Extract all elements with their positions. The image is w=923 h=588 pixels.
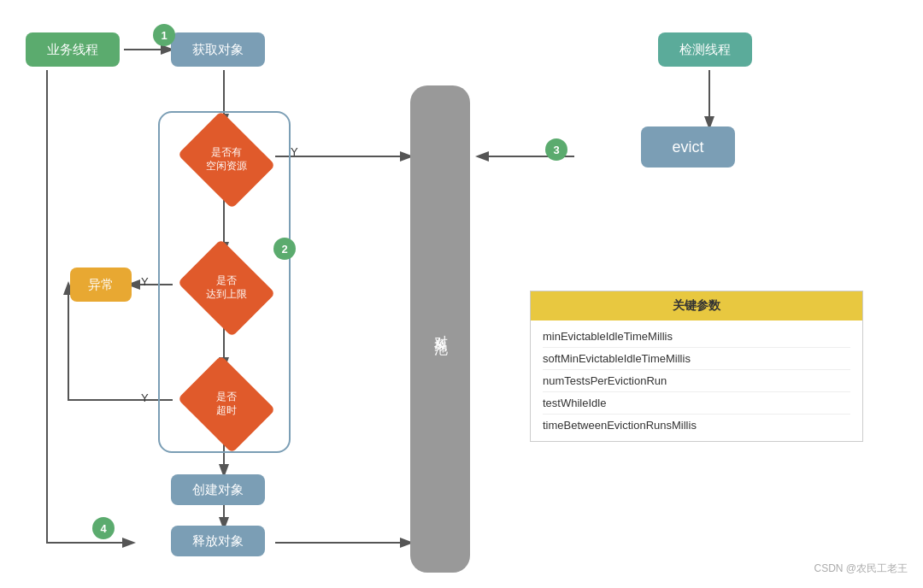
param-row-1: minEvictableIdleTimeMillis	[543, 326, 850, 348]
release-object-node: 释放对象	[171, 526, 265, 556]
params-table: 关键参数 minEvictableIdleTimeMillis softMinE…	[530, 291, 863, 442]
detect-thread-node: 检测线程	[658, 32, 752, 67]
params-body: minEvictableIdleTimeMillis softMinEvicta…	[531, 320, 862, 441]
y-label-1: Y	[291, 145, 298, 158]
object-pool: 对象池	[410, 85, 470, 573]
badge-4: 4	[92, 517, 115, 539]
create-object-node: 创建对象	[171, 474, 265, 505]
y-label-2: Y	[141, 275, 149, 288]
param-row-2: softMinEvictableIdleTimeMillis	[543, 348, 850, 370]
badge-2: 2	[273, 238, 296, 260]
timeout-diamond: 是否超时	[179, 366, 273, 443]
y-label-3: Y	[141, 391, 149, 404]
get-object-node: 获取对象	[171, 32, 265, 67]
params-header: 关键参数	[531, 291, 862, 320]
param-row-3: numTestsPerEvictionRun	[543, 370, 850, 392]
evict-node: evict	[641, 126, 735, 168]
param-row-5: timeBetweenEvictionRunsMillis	[543, 415, 850, 436]
has-idle-diamond: 是否有空闲资源	[179, 121, 273, 198]
at-limit-diamond: 是否达到上限	[179, 250, 273, 326]
business-thread-node: 业务线程	[26, 32, 120, 67]
exception-node: 异常	[70, 268, 132, 302]
param-row-4: testWhileIdle	[543, 392, 850, 415]
badge-3: 3	[545, 138, 567, 161]
badge-1: 1	[153, 24, 175, 46]
watermark: CSDN @农民工老王	[814, 562, 908, 576]
